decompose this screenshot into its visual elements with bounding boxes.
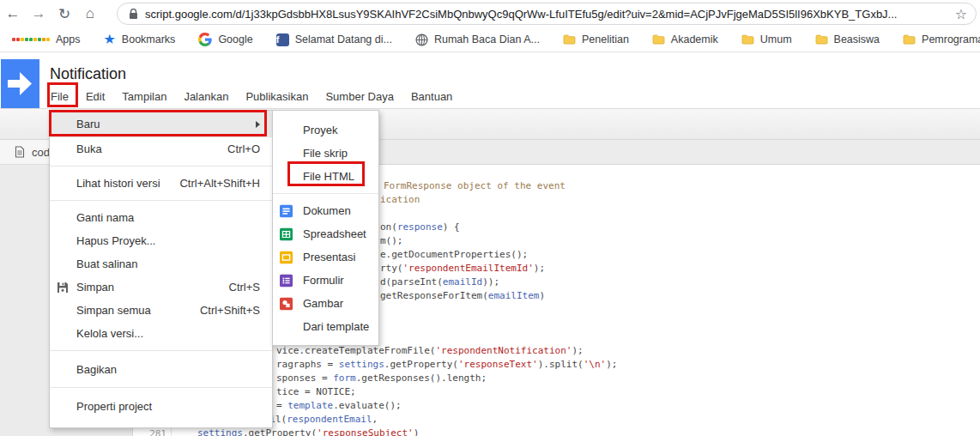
- menu-item-label: Buka: [76, 142, 102, 155]
- bookmark-item[interactable]: Rumah Baca Dian A...: [415, 33, 540, 46]
- folder-icon: [903, 34, 916, 45]
- menu-shortcut: Ctrl+Shift+S: [200, 304, 260, 317]
- submenu-item-spreadsheet[interactable]: Spreadsheet: [273, 222, 378, 245]
- menu-item-buka[interactable]: BukaCtrl+O: [50, 137, 272, 160]
- menubar-item-tampilan[interactable]: Tampilan: [113, 87, 175, 106]
- bookmark-item[interactable]: Apps: [12, 33, 81, 45]
- submenu-item-dokumen[interactable]: Dokumen: [273, 199, 378, 222]
- code-line: settings.getProperty('responseSubject'): [197, 427, 419, 436]
- bookmark-label: Rumah Baca Dian A...: [434, 33, 540, 45]
- menu-item-baru[interactable]: Baru: [50, 111, 272, 137]
- star-blue-icon: ★: [104, 33, 116, 45]
- menu-item-label: Properti project: [76, 400, 152, 413]
- submenu-item-dari-template[interactable]: Dari template: [273, 315, 378, 338]
- bookmark-item[interactable]: Akademik: [652, 33, 718, 45]
- sheets-icon: [280, 227, 293, 240]
- forms-icon: [280, 274, 293, 287]
- submenu-item-label: Formulir: [303, 274, 344, 287]
- menu-item-ganti-nama[interactable]: Ganti nama: [50, 206, 272, 229]
- bookmark-item[interactable]: fSelamat Datang di...: [276, 33, 392, 46]
- bookmark-label: Umum: [760, 33, 792, 45]
- bookmark-item[interactable]: Pemrograman: [903, 33, 980, 45]
- folder-icon: [563, 34, 576, 45]
- submenu-item-label: Proyek: [303, 124, 337, 136]
- apps-grid-icon: [12, 38, 50, 41]
- menubar-item-publikasikan[interactable]: Publikasikan: [237, 87, 317, 106]
- submenu-item-file-skrip[interactable]: File skrip: [273, 142, 378, 165]
- url-text[interactable]: script.google.com/d/1j33kpGdsbbHX8LsusY9…: [145, 8, 950, 21]
- app-header: Notification FileEditTampilanJalankanPub…: [0, 52, 980, 109]
- menu-separator: [273, 193, 378, 194]
- code-line: vice.createTemplateFromFile('respondentN…: [276, 345, 584, 356]
- menu-item-hapus-proyek[interactable]: Hapus Proyek...: [50, 229, 272, 252]
- bookmark-label: Apps: [56, 33, 81, 45]
- submenu-item-label: Dari template: [303, 320, 369, 333]
- menubar-item-jalankan[interactable]: Jalankan: [175, 87, 237, 106]
- code-line: getResponseForItem(emailItem): [380, 290, 545, 301]
- line-number: 281: [136, 428, 166, 436]
- code-line: d(parseInt(emailId));: [380, 276, 499, 288]
- menu-item-bagikan[interactable]: Bagikan: [50, 356, 272, 382]
- new-submenu: ProyekFile skripFile HTMLDokumenSpreadsh…: [272, 110, 379, 346]
- submenu-item-label: Gambar: [303, 297, 343, 310]
- menu-item-simpan[interactable]: SimpanCtrl+S: [50, 276, 272, 299]
- menu-item-properti-project[interactable]: Properti project: [50, 393, 272, 419]
- bookmark-label: Selamat Datang di...: [295, 33, 392, 45]
- menu-item-label: Simpan semua: [76, 304, 151, 317]
- forward-icon[interactable]: →: [26, 5, 51, 22]
- submenu-item-formulir[interactable]: Formulir: [273, 269, 378, 292]
- menu-item-simpan-semua[interactable]: Simpan semuaCtrl+Shift+S: [50, 299, 272, 322]
- menu-item-label: Kelola versi...: [76, 327, 143, 340]
- submenu-item-proyek[interactable]: Proyek: [273, 118, 378, 142]
- menu-item-label: Buat salinan: [76, 257, 138, 270]
- slides-icon: [280, 251, 293, 263]
- folder-icon: [815, 34, 828, 45]
- submenu-item-presentasi[interactable]: Presentasi: [273, 245, 378, 269]
- bookmark-label: Google: [218, 33, 252, 45]
- bookmark-label: Pemrograman: [922, 33, 980, 45]
- menu-item-buat-salinan[interactable]: Buat salinan: [50, 252, 272, 276]
- globe-icon: [415, 33, 428, 46]
- menu-shortcut: Ctrl+O: [227, 142, 260, 155]
- menu-item-label: Ganti nama: [76, 211, 134, 224]
- menu-shortcut: Ctrl+S: [229, 281, 260, 294]
- bookmark-star-icon[interactable]: ☆: [955, 6, 967, 22]
- submenu-arrow-icon: [256, 121, 260, 128]
- bookmark-item[interactable]: ★Bookmarks: [104, 33, 176, 45]
- browser-toolbar: ← → ↻ ⌂ script.google.com/d/1j33kpGdsbbH…: [0, 0, 980, 27]
- bookmark-label: Bookmarks: [122, 33, 176, 45]
- menu-item-label: Hapus Proyek...: [76, 234, 156, 247]
- menu-item-lihat-histori-versi[interactable]: Lihat histori versiCtrl+Alt+Shift+H: [50, 172, 272, 195]
- code-line: rty('respondentEmailItemId');: [380, 263, 545, 274]
- bookmark-item[interactable]: Beasiswa: [815, 33, 880, 45]
- menubar: FileEditTampilanJalankanPublikasikanSumb…: [42, 87, 461, 106]
- back-icon[interactable]: ←: [0, 5, 26, 22]
- bookmarks-list: Apps★BookmarksGooglefSelamat Datang di..…: [12, 33, 980, 46]
- menu-item-kelola-versi[interactable]: Kelola versi...: [50, 322, 272, 345]
- lock-icon: [129, 9, 138, 20]
- bookmark-label: Penelitian: [582, 33, 629, 45]
- menubar-item-sumber-daya[interactable]: Sumber Daya: [317, 87, 402, 106]
- menubar-item-edit[interactable]: Edit: [77, 87, 113, 106]
- google-g-icon: [198, 33, 212, 46]
- menu-item-label: Simpan: [76, 281, 114, 294]
- reload-icon[interactable]: ↻: [51, 5, 77, 23]
- menu-separator: [50, 387, 272, 388]
- menu-item-label: Lihat histori versi: [76, 177, 160, 190]
- folder-icon: [741, 34, 754, 45]
- code-line: ication: [380, 194, 420, 205]
- menu-item-label: Bagikan: [76, 363, 117, 376]
- bookmark-item[interactable]: Umum: [741, 33, 792, 45]
- code-line: sponses = form.getResponses().length;: [276, 372, 487, 384]
- submenu-item-gambar[interactable]: Gambar: [273, 292, 378, 315]
- bookmark-item[interactable]: Penelitian: [563, 33, 629, 45]
- bookmark-item[interactable]: Google: [198, 33, 252, 46]
- address-bar[interactable]: script.google.com/d/1j33kpGdsbbHX8LsusY9…: [117, 3, 977, 25]
- submenu-item-file-html[interactable]: File HTML: [273, 165, 378, 188]
- menubar-item-file[interactable]: File: [42, 87, 77, 106]
- menu-separator: [50, 350, 272, 351]
- docs-icon: [280, 204, 293, 217]
- menubar-item-bantuan[interactable]: Bantuan: [402, 87, 461, 106]
- code-line: = template.evaluate();: [276, 400, 402, 411]
- home-icon[interactable]: ⌂: [77, 5, 103, 22]
